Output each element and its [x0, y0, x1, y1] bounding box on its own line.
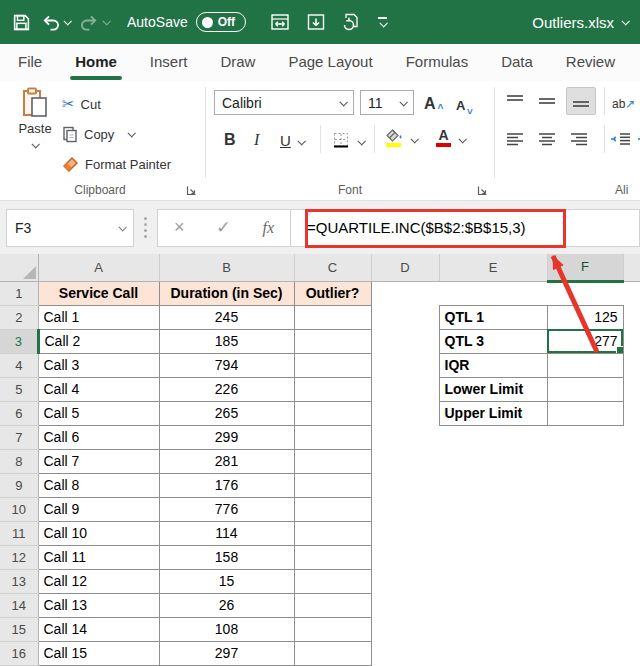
cell-A10[interactable]: Call 9	[38, 497, 159, 521]
cell-A9[interactable]: Call 8	[38, 473, 159, 497]
cell-E7[interactable]	[439, 425, 547, 449]
cell-F2[interactable]: 125	[547, 305, 623, 329]
cell-C4[interactable]	[294, 353, 371, 377]
increase-indent-button[interactable]	[634, 127, 640, 151]
cell-F11[interactable]	[547, 521, 623, 545]
name-box[interactable]: F3	[6, 209, 134, 247]
cell-C5[interactable]	[294, 377, 371, 401]
cell-C12[interactable]	[294, 545, 371, 569]
insert-function-icon[interactable]: fx	[262, 219, 274, 237]
select-all-corner[interactable]	[0, 254, 38, 281]
fill-color-dropdown-icon[interactable]	[410, 135, 418, 143]
column-header-C[interactable]: C	[294, 254, 371, 281]
align-bottom-button[interactable]	[566, 87, 596, 115]
cell-B3[interactable]: 185	[159, 329, 294, 353]
cell-E10[interactable]	[439, 497, 547, 521]
cell-A11[interactable]: Call 10	[38, 521, 159, 545]
column-header-B[interactable]: B	[159, 254, 294, 281]
tab-formulas[interactable]: Formulas	[406, 44, 469, 81]
cell-F14[interactable]	[547, 593, 623, 617]
cell-C7[interactable]	[294, 425, 371, 449]
cell-E14[interactable]	[439, 593, 547, 617]
cell-C2[interactable]	[294, 305, 371, 329]
cancel-icon[interactable]: ×	[174, 217, 185, 238]
cell-D15[interactable]	[371, 617, 439, 641]
shrink-font-button[interactable]: A ^	[456, 91, 473, 113]
cell-F9[interactable]	[547, 473, 623, 497]
bold-button[interactable]: B	[224, 127, 236, 149]
redo-dropdown-icon[interactable]	[102, 17, 110, 25]
cell-A16[interactable]: Call 15	[38, 641, 159, 665]
cell-B13[interactable]: 15	[159, 569, 294, 593]
cell-F16[interactable]	[547, 641, 623, 665]
cell-E12[interactable]	[439, 545, 547, 569]
cell-C15[interactable]	[294, 617, 371, 641]
document-title[interactable]: Outliers.xlsx	[532, 14, 628, 31]
cell-D4[interactable]	[371, 353, 439, 377]
cell-C1[interactable]: Outlier?	[294, 281, 371, 305]
cell-B9[interactable]: 176	[159, 473, 294, 497]
cell-E2[interactable]: QTL 1	[439, 305, 547, 329]
cut-button[interactable]: ✂ Cut	[62, 91, 101, 117]
column-header-D[interactable]: D	[371, 254, 439, 281]
tab-draw[interactable]: Draw	[220, 44, 255, 81]
cell-B15[interactable]: 108	[159, 617, 294, 641]
grow-font-button[interactable]: A ^	[424, 91, 443, 113]
paste-button[interactable]: Paste	[10, 87, 60, 151]
cell-A5[interactable]: Call 4	[38, 377, 159, 401]
cell-E1[interactable]	[439, 281, 547, 305]
formula-input[interactable]: =QUARTILE.INC($B$2:$B$15,3)	[291, 209, 640, 247]
cell-B8[interactable]: 281	[159, 449, 294, 473]
cell-A13[interactable]: Call 12	[38, 569, 159, 593]
cell-A4[interactable]: Call 3	[38, 353, 159, 377]
copy-dropdown-icon[interactable]	[128, 129, 136, 137]
cell-A6[interactable]: Call 5	[38, 401, 159, 425]
row-header-5[interactable]: 5	[0, 377, 38, 401]
cell-B16[interactable]: 297	[159, 641, 294, 665]
row-header-1[interactable]: 1	[0, 281, 38, 305]
cell-D7[interactable]	[371, 425, 439, 449]
cell-B1[interactable]: Duration (in Sec)	[159, 281, 294, 305]
cell-F7[interactable]	[547, 425, 623, 449]
cell-E11[interactable]	[439, 521, 547, 545]
cell-B10[interactable]: 776	[159, 497, 294, 521]
cell-A2[interactable]: Call 1	[38, 305, 159, 329]
cell-C6[interactable]	[294, 401, 371, 425]
cell-D16[interactable]	[371, 641, 439, 665]
row-header-8[interactable]: 8	[0, 449, 38, 473]
tab-page-layout[interactable]: Page Layout	[288, 44, 372, 81]
cell-F15[interactable]	[547, 617, 623, 641]
clipboard-dialog-launcher-icon[interactable]	[186, 185, 197, 196]
cell-F10[interactable]	[547, 497, 623, 521]
row-header-14[interactable]: 14	[0, 593, 38, 617]
cell-C16[interactable]	[294, 641, 371, 665]
undo-dropdown-icon[interactable]	[63, 17, 71, 25]
cell-E15[interactable]	[439, 617, 547, 641]
cell-E4[interactable]: IQR	[439, 353, 547, 377]
cell-D1[interactable]	[371, 281, 439, 305]
underline-dropdown-icon[interactable]	[297, 137, 305, 145]
refresh-all-icon[interactable]	[342, 12, 362, 32]
cell-D2[interactable]	[371, 305, 439, 329]
undo-button[interactable]	[41, 13, 70, 32]
cell-D5[interactable]	[371, 377, 439, 401]
cell-F6[interactable]	[547, 401, 623, 425]
cell-C14[interactable]	[294, 593, 371, 617]
align-top-button[interactable]	[502, 89, 528, 113]
cell-E16[interactable]	[439, 641, 547, 665]
cell-C8[interactable]	[294, 449, 371, 473]
cell-B6[interactable]: 265	[159, 401, 294, 425]
cell-C13[interactable]	[294, 569, 371, 593]
cell-D6[interactable]	[371, 401, 439, 425]
column-header-A[interactable]: A	[38, 254, 159, 281]
cell-E6[interactable]: Upper Limit	[439, 401, 547, 425]
cell-D10[interactable]	[371, 497, 439, 521]
row-header-10[interactable]: 10	[0, 497, 38, 521]
cell-D11[interactable]	[371, 521, 439, 545]
cell-A14[interactable]: Call 13	[38, 593, 159, 617]
cell-D9[interactable]	[371, 473, 439, 497]
cell-B4[interactable]: 794	[159, 353, 294, 377]
cell-A7[interactable]: Call 6	[38, 425, 159, 449]
cell-E3[interactable]: QTL 3	[439, 329, 547, 353]
row-header-4[interactable]: 4	[0, 353, 38, 377]
